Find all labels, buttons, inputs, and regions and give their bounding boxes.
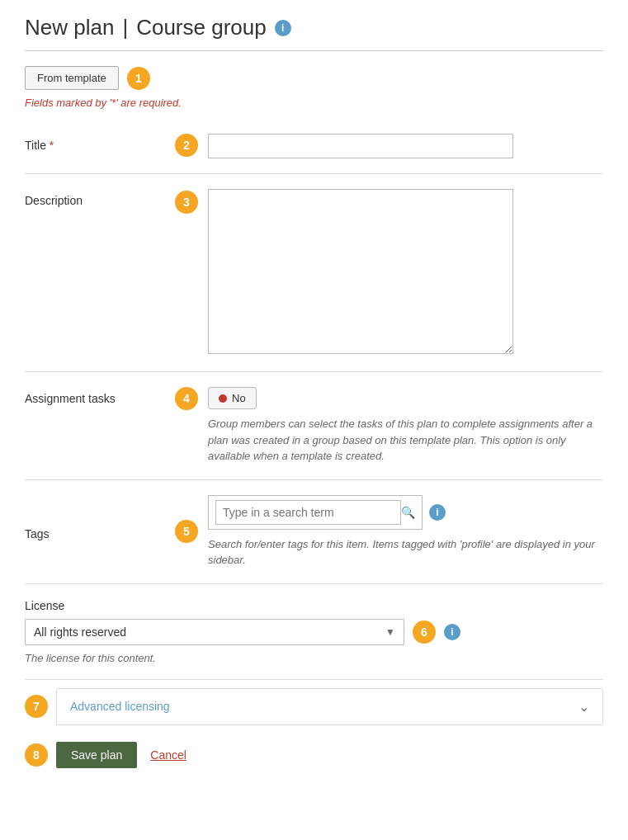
title-label: Title * — [25, 134, 165, 152]
title-section: Title * 2 — [25, 119, 603, 174]
assignment-tasks-help: Group members can select the tasks of th… — [208, 416, 603, 465]
top-actions: From template 1 — [25, 51, 603, 97]
title-required-star: * — [50, 139, 54, 152]
select-arrow-icon: ▼ — [377, 626, 404, 638]
step-badge-4: 4 — [175, 387, 198, 410]
step-badge-2: 2 — [175, 134, 198, 157]
advanced-licensing-label: Advanced licensing — [70, 700, 170, 713]
required-note: Fields marked by '*' are required. — [25, 97, 603, 119]
search-icon: 🔍 — [401, 506, 415, 519]
step-badge-7: 7 — [25, 695, 48, 718]
tags-search-box[interactable]: 🔍 — [208, 495, 423, 530]
form-actions: Save plan Cancel — [56, 734, 187, 776]
title-input[interactable] — [208, 134, 513, 158]
tags-help: Search for/enter tags for this item. Ite… — [208, 536, 603, 569]
assignment-tasks-input-area: No Group members can select the tasks of… — [208, 387, 603, 465]
tags-search-input[interactable] — [215, 500, 401, 525]
tags-label: Tags — [25, 522, 165, 540]
advanced-licensing-section: Advanced licensing ⌄ — [56, 688, 603, 725]
tags-info-icon[interactable]: i — [429, 504, 446, 521]
from-template-button[interactable]: From template — [25, 66, 119, 90]
description-section: Description 3 — [25, 174, 603, 372]
page-title: New plan | Course group i — [25, 0, 603, 51]
title-input-area — [208, 134, 603, 158]
step-badge-1: 1 — [127, 67, 150, 90]
tags-input-wrap: 🔍 i — [208, 495, 603, 530]
license-section: License All rights reserved Creative Com… — [25, 584, 603, 680]
tags-section: Tags 5 🔍 i Search for/enter tags for thi… — [25, 480, 603, 584]
description-textarea[interactable] — [208, 189, 513, 354]
chevron-down-icon: ⌄ — [578, 699, 589, 715]
license-row: All rights reserved Creative Commons Pub… — [25, 619, 603, 645]
assignment-tasks-section: Assignment tasks 4 No Group members can … — [25, 372, 603, 480]
license-select[interactable]: All rights reserved Creative Commons Pub… — [26, 620, 377, 644]
title-text: New plan — [25, 15, 114, 40]
tags-input-area: 🔍 i Search for/enter tags for this item.… — [208, 495, 603, 569]
cancel-button[interactable]: Cancel — [150, 748, 187, 762]
title-separator: | — [122, 15, 128, 40]
step-badge-3: 3 — [175, 191, 198, 214]
license-label: License — [25, 599, 603, 612]
description-input-area — [208, 189, 603, 356]
assignment-tasks-label: Assignment tasks — [25, 387, 165, 405]
assignment-tasks-toggle[interactable]: No — [208, 387, 257, 409]
description-label: Description — [25, 189, 165, 207]
save-button[interactable]: Save plan — [56, 742, 137, 768]
step-badge-6: 6 — [413, 621, 436, 644]
title-info-icon[interactable]: i — [275, 20, 291, 36]
advanced-licensing-header[interactable]: Advanced licensing ⌄ — [57, 689, 602, 724]
step-badge-5: 5 — [175, 520, 198, 543]
step-badge-8: 8 — [25, 743, 48, 767]
title-sub: Course group — [136, 15, 267, 40]
license-help: The license for this content. — [25, 652, 603, 664]
toggle-dot — [219, 394, 227, 403]
license-select-wrap: All rights reserved Creative Commons Pub… — [25, 619, 404, 645]
license-info-icon[interactable]: i — [444, 624, 460, 640]
